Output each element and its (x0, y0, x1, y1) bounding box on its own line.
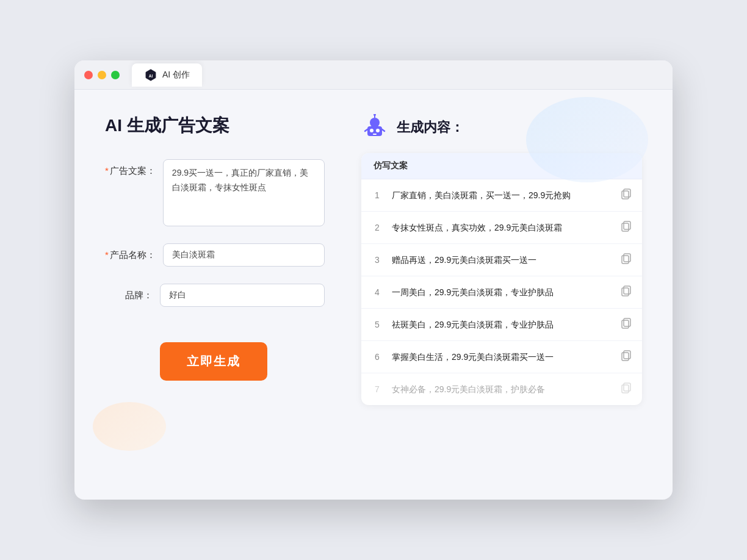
row-number: 7 (371, 384, 383, 394)
row-number: 5 (371, 320, 383, 329)
brand-group: 品牌： (105, 284, 325, 307)
svg-rect-19 (624, 318, 630, 326)
row-number: 3 (371, 255, 383, 265)
svg-text:AI: AI (149, 73, 153, 77)
ad-copy-group: *广告文案： 29.9买一送一，真正的厂家直销，美白淡斑霜，专抹女性斑点 (105, 159, 325, 226)
row-number: 2 (371, 223, 383, 232)
row-text: 厂家直销，美白淡斑霜，买一送一，29.9元抢购 (392, 189, 612, 202)
product-name-label: *产品名称： (105, 243, 163, 261)
copy-icon[interactable] (620, 285, 632, 300)
brand-label: 品牌： (105, 284, 160, 301)
copy-icon[interactable] (620, 317, 632, 332)
svg-line-8 (365, 129, 367, 131)
svg-rect-11 (624, 189, 630, 197)
svg-point-4 (376, 129, 380, 132)
svg-rect-14 (622, 256, 629, 264)
required-star: * (105, 165, 109, 176)
required-star-2: * (105, 249, 109, 260)
row-text: 赠品再送，29.9元美白淡斑霜买一送一 (392, 254, 612, 267)
product-name-group: *产品名称： (105, 243, 325, 267)
svg-rect-13 (624, 221, 630, 229)
svg-rect-21 (624, 351, 630, 359)
row-text: 祛斑美白，29.9元美白淡斑霜，专业护肤品 (392, 318, 612, 331)
svg-point-3 (370, 129, 374, 132)
row-text: 掌握美白生活，29.9元美白淡斑霜买一送一 (392, 351, 612, 364)
results-table: 仿写文案 1厂家直销，美白淡斑霜，买一送一，29.9元抢购 2专抹女性斑点，真实… (361, 153, 642, 405)
row-text: 女神必备，29.9元美白淡斑霜，护肤必备 (392, 383, 612, 396)
maximize-button[interactable] (111, 71, 120, 79)
tab-label: AI 创作 (162, 70, 190, 81)
row-text: 一周美白，29.9元美白淡斑霜，专业护肤品 (392, 286, 612, 299)
table-row: 6掌握美白生活，29.9元美白淡斑霜买一送一 (361, 341, 642, 373)
close-button[interactable] (84, 71, 93, 79)
generate-button[interactable]: 立即生成 (160, 342, 267, 381)
left-panel: AI 生成广告文案 *广告文案： 29.9买一送一，真正的厂家直销，美白淡斑霜，… (105, 114, 325, 475)
row-number: 4 (371, 287, 383, 297)
svg-rect-5 (373, 134, 377, 135)
main-content: AI 生成广告文案 *广告文案： 29.9买一送一，真正的厂家直销，美白淡斑霜，… (74, 90, 673, 500)
minimize-button[interactable] (98, 71, 106, 79)
traffic-lights (84, 71, 120, 79)
copy-icon[interactable] (620, 220, 632, 235)
svg-rect-17 (624, 286, 630, 294)
robot-icon (361, 114, 388, 141)
svg-rect-15 (624, 254, 630, 262)
svg-line-9 (382, 129, 384, 131)
table-row: 5祛斑美白，29.9元美白淡斑霜，专业护肤品 (361, 309, 642, 341)
active-tab[interactable]: AI AI 创作 (132, 63, 202, 87)
svg-rect-10 (622, 191, 629, 199)
table-row: 4一周美白，29.9元美白淡斑霜，专业护肤品 (361, 276, 642, 309)
page-title: AI 生成广告文案 (105, 114, 325, 137)
row-text: 专抹女性斑点，真实功效，29.9元美白淡斑霜 (392, 221, 612, 234)
table-row: 3赠品再送，29.9元美白淡斑霜买一送一 (361, 244, 642, 276)
svg-rect-20 (622, 353, 629, 361)
svg-rect-22 (622, 385, 629, 393)
product-name-input[interactable] (163, 243, 325, 267)
table-row: 7女神必备，29.9元美白淡斑霜，护肤必备 (361, 373, 642, 405)
browser-window: AI AI 创作 AI 生成广告文案 *广告文案： 29.9买一送一，真正的厂家… (74, 60, 673, 500)
svg-point-7 (374, 114, 376, 116)
right-header: 生成内容： (361, 114, 642, 141)
row-number: 1 (371, 190, 383, 200)
svg-rect-12 (622, 223, 629, 231)
copy-icon[interactable] (620, 350, 632, 364)
table-row: 1厂家直销，美白淡斑霜，买一送一，29.9元抢购 (361, 179, 642, 212)
table-row: 2专抹女性斑点，真实功效，29.9元美白淡斑霜 (361, 212, 642, 244)
copy-icon[interactable] (620, 382, 632, 397)
row-number: 6 (371, 352, 383, 362)
copy-icon[interactable] (620, 188, 632, 203)
titlebar: AI AI 创作 (74, 60, 673, 90)
right-panel: 生成内容： 仿写文案 1厂家直销，美白淡斑霜，买一送一，29.9元抢购 2专抹女… (361, 114, 642, 475)
table-header: 仿写文案 (361, 153, 642, 179)
ad-copy-input[interactable]: 29.9买一送一，真正的厂家直销，美白淡斑霜，专抹女性斑点 (163, 159, 325, 226)
right-title: 生成内容： (397, 118, 464, 137)
ad-copy-label: *广告文案： (105, 159, 163, 177)
svg-point-1 (370, 118, 380, 127)
copy-icon[interactable] (620, 253, 632, 267)
svg-rect-23 (624, 383, 630, 391)
rows-container: 1厂家直销，美白淡斑霜，买一送一，29.9元抢购 2专抹女性斑点，真实功效，29… (361, 179, 642, 405)
ai-tab-icon: AI (144, 68, 157, 82)
brand-input[interactable] (160, 284, 325, 307)
svg-rect-16 (622, 288, 629, 296)
svg-rect-18 (622, 320, 629, 328)
